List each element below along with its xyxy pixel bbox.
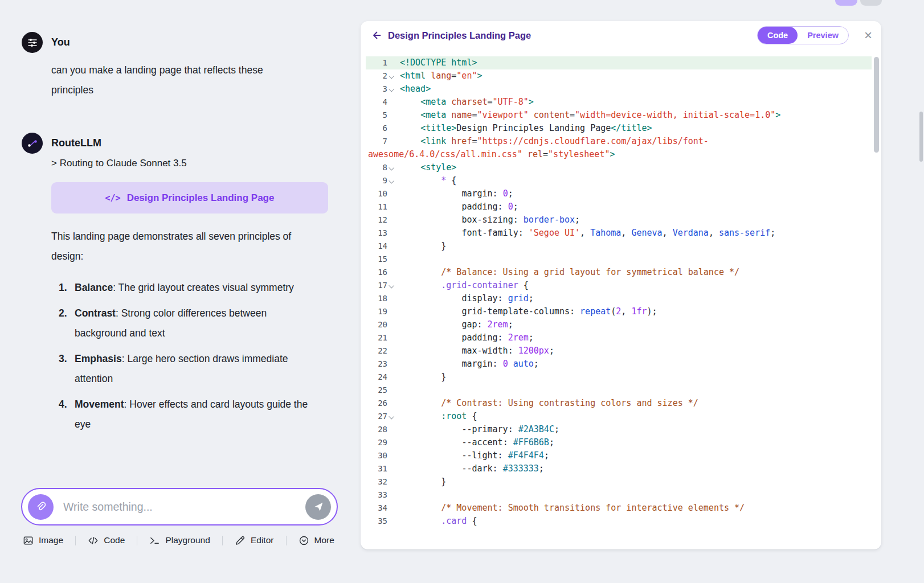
line-gutter: 27 bbox=[366, 410, 395, 423]
code-line: 9 * { bbox=[366, 174, 872, 187]
line-number: 2 bbox=[366, 69, 387, 83]
toolbar-item-playground[interactable]: Playground bbox=[149, 535, 210, 546]
line-number: 32 bbox=[366, 475, 387, 488]
fold-spacer bbox=[387, 518, 395, 525]
principle-number: 2. bbox=[59, 303, 75, 343]
line-gutter: 11 bbox=[366, 200, 395, 214]
artifact-label: Design Principles Landing Page bbox=[127, 192, 275, 204]
close-icon: × bbox=[864, 27, 872, 43]
fold-spacer bbox=[387, 308, 395, 316]
fold-chevron-icon[interactable] bbox=[387, 177, 395, 185]
code-scrollbar[interactable] bbox=[874, 57, 879, 153]
line-gutter: 5 bbox=[366, 109, 395, 122]
paperclip-icon bbox=[35, 500, 47, 513]
principle-number: 5. bbox=[59, 440, 75, 446]
fold-chevron-icon[interactable] bbox=[387, 72, 395, 80]
code-line-content: gap: 2rem; bbox=[400, 318, 513, 331]
code-line-content: <link href="https://cdnjs.cloudflare.com… bbox=[400, 135, 709, 148]
close-button[interactable]: × bbox=[864, 28, 872, 42]
code-line: 23 margin: 0 auto; bbox=[366, 358, 872, 371]
code-line-content: } bbox=[400, 371, 446, 384]
toolbar-divider bbox=[75, 536, 76, 545]
line-number: 1 bbox=[366, 56, 387, 69]
line-gutter: 10 bbox=[366, 187, 395, 200]
code-line-content: awesome/6.4.0/css/all.min.css" rel="styl… bbox=[368, 148, 615, 161]
sliders-icon bbox=[27, 37, 38, 48]
principle-item: 5. Pattern: Consistent card styling crea… bbox=[59, 440, 334, 446]
line-number: 17 bbox=[366, 279, 387, 292]
back-arrow-icon bbox=[370, 30, 382, 41]
message-list: You can you make a landing page that ref… bbox=[22, 32, 334, 446]
fold-chevron-icon[interactable] bbox=[387, 164, 395, 172]
image-icon bbox=[23, 535, 34, 546]
fold-spacer bbox=[387, 138, 395, 146]
fold-spacer bbox=[387, 59, 395, 67]
fold-spacer bbox=[387, 400, 395, 408]
fold-spacer bbox=[387, 491, 395, 499]
tab-preview[interactable]: Preview bbox=[798, 27, 848, 44]
code-line-content: <title>Design Principles Landing Page</t… bbox=[400, 122, 652, 135]
fold-chevron-icon[interactable] bbox=[387, 413, 395, 421]
line-gutter: 1 bbox=[366, 56, 395, 69]
fold-spacer bbox=[387, 321, 395, 329]
line-number: 31 bbox=[366, 462, 387, 475]
view-toggle: Code Preview bbox=[757, 26, 849, 44]
principle-term: Movement bbox=[75, 399, 124, 410]
line-gutter: 34 bbox=[366, 502, 395, 515]
toolbar-item-label: Playground bbox=[165, 535, 210, 545]
principle-item: 1. Balance: The grid layout creates visu… bbox=[59, 278, 334, 298]
assistant-name: RouteLLM bbox=[51, 137, 101, 149]
code-line: 10 margin: 0; bbox=[366, 187, 872, 200]
panel-title: Design Principles Landing Page bbox=[388, 30, 531, 41]
line-gutter: 15 bbox=[366, 253, 395, 266]
line-gutter: 31 bbox=[366, 462, 395, 475]
line-gutter: 33 bbox=[366, 488, 395, 502]
code-line: 15 bbox=[366, 253, 872, 266]
code-line: 24 } bbox=[366, 371, 872, 384]
toolbar-item-more[interactable]: More bbox=[299, 535, 334, 546]
composer-toolbar: Image Code Playground Editor bbox=[23, 532, 334, 548]
top-right-button-1[interactable] bbox=[835, 0, 857, 6]
fold-chevron-icon[interactable] bbox=[387, 282, 395, 290]
fold-chevron-icon[interactable] bbox=[387, 85, 395, 93]
line-number: 10 bbox=[366, 187, 387, 200]
fold-spacer bbox=[387, 478, 395, 486]
line-number: 21 bbox=[366, 331, 387, 344]
fold-spacer bbox=[387, 347, 395, 355]
line-number: 9 bbox=[366, 174, 387, 187]
back-button[interactable] bbox=[370, 30, 382, 41]
toolbar-item-image[interactable]: Image bbox=[23, 535, 63, 546]
panel-header: Design Principles Landing Page Code Prev… bbox=[361, 21, 881, 50]
artifact-button[interactable]: </> Design Principles Landing Page bbox=[51, 182, 328, 214]
code-line: 16 /* Balance: Using a grid layout for s… bbox=[366, 266, 872, 279]
toolbar-item-code[interactable]: Code bbox=[88, 535, 125, 546]
fold-spacer bbox=[387, 256, 395, 264]
send-button[interactable] bbox=[305, 494, 331, 520]
line-gutter: 13 bbox=[366, 227, 395, 240]
principle-item: 3. Emphasis: Large hero section draws im… bbox=[59, 349, 334, 389]
editor-pencil-icon bbox=[235, 535, 246, 546]
line-number: 34 bbox=[366, 502, 387, 515]
line-gutter: 24 bbox=[366, 371, 395, 384]
line-number: 12 bbox=[366, 214, 387, 227]
principle-item: 4. Movement: Hover effects and card layo… bbox=[59, 395, 334, 434]
message-input[interactable] bbox=[63, 500, 300, 514]
tab-code[interactable]: Code bbox=[758, 27, 798, 44]
principle-item: 2. Contrast: Strong color differences be… bbox=[59, 303, 334, 343]
code-line-content: } bbox=[400, 240, 446, 253]
principle-number: 3. bbox=[59, 349, 75, 389]
user-message-header: You bbox=[22, 32, 334, 53]
code-editor[interactable]: 1<!DOCTYPE html>2<html lang="en">3<head>… bbox=[366, 56, 872, 545]
fold-spacer bbox=[387, 243, 395, 251]
code-line-content: padding: 2rem; bbox=[400, 331, 534, 344]
line-gutter: 8 bbox=[366, 161, 395, 174]
attach-button[interactable] bbox=[28, 494, 54, 520]
page-scrollbar[interactable] bbox=[919, 112, 923, 162]
toolbar-item-editor[interactable]: Editor bbox=[235, 535, 274, 546]
fold-spacer bbox=[387, 216, 395, 224]
top-right-button-2[interactable] bbox=[860, 0, 882, 6]
line-gutter: 30 bbox=[366, 449, 395, 462]
principle-term: Balance bbox=[75, 282, 113, 293]
playground-terminal-icon bbox=[149, 535, 160, 546]
fold-spacer bbox=[387, 504, 395, 512]
